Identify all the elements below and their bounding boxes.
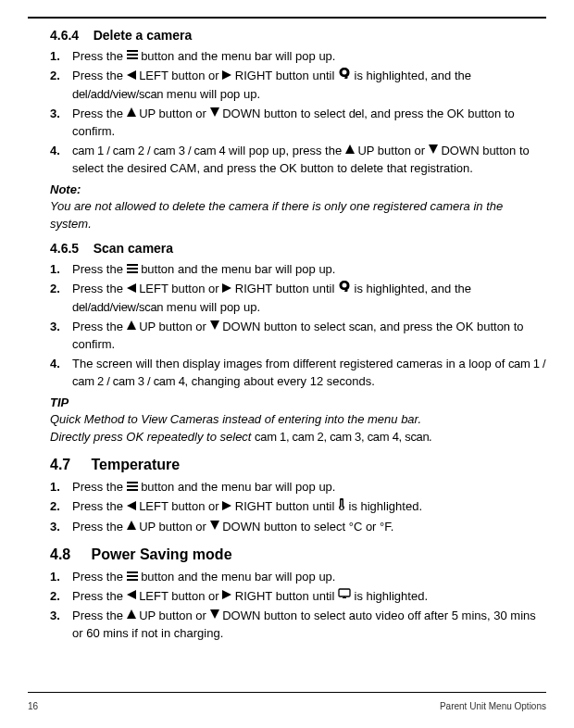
heading-title: Temperature [91, 457, 180, 472]
thermometer-icon [338, 497, 345, 516]
step-item: 3. Press the UP button or DOWN button to… [50, 519, 546, 536]
page-number: 16 [28, 700, 38, 714]
down-icon [429, 142, 438, 159]
content-body: 4.6.4 Delete a camera 1. Press the butto… [28, 22, 546, 692]
heading-num: 4.6.5 [50, 241, 79, 256]
right-icon [222, 498, 231, 516]
heading-4-8: 4.8 Power Saving mode [50, 544, 546, 565]
camera-icon [338, 67, 351, 85]
steps-4-7: 1. Press the button and the menu bar wil… [50, 479, 546, 536]
steps-4-6-4: 1. Press the button and the menu bar wil… [50, 48, 546, 177]
step-item: 2. Press the LEFT button or RIGHT button… [50, 281, 546, 317]
right-icon [222, 68, 231, 85]
down-icon [210, 607, 219, 624]
left-icon [127, 587, 136, 605]
left-icon [127, 281, 136, 298]
steps-4-8: 1. Press the button and the menu bar wil… [50, 569, 546, 643]
page-footer: 16 Parent Unit Menu Options [28, 692, 546, 729]
heading-4-6-4: 4.6.4 Delete a camera [50, 26, 546, 44]
heading-title: Delete a camera [94, 28, 193, 43]
steps-4-6-5: 1. Press the button and the menu bar wil… [50, 261, 546, 390]
up-icon [127, 105, 136, 122]
note-label: Note: [50, 182, 81, 196]
down-icon [210, 518, 219, 535]
step-item: 2. Press the LEFT button or RIGHT button… [50, 498, 546, 517]
left-icon [127, 498, 136, 516]
down-icon [210, 318, 219, 335]
step-item: 2. Press the LEFT button or RIGHT button… [50, 588, 546, 606]
right-icon [222, 281, 231, 298]
step-item: 3. Press the UP button or DOWN button to… [50, 106, 546, 141]
step-item: 1. Press the button and the menu bar wil… [50, 479, 546, 496]
down-icon [210, 105, 219, 122]
left-icon [127, 68, 136, 85]
up-icon [127, 607, 136, 624]
footer-section: Parent Unit Menu Options [440, 700, 546, 714]
up-icon [127, 318, 136, 335]
note-block: Note: You are not allowed to delete the … [50, 182, 546, 234]
step-item: 4. The screen will then display images f… [50, 356, 546, 391]
step-item: 1. Press the button and the menu bar wil… [50, 569, 546, 586]
heading-title: Power Saving mode [91, 546, 231, 562]
menu-icon [127, 47, 138, 65]
heading-title: Scan camera [94, 241, 173, 256]
heading-num: 4.7 [50, 457, 70, 472]
camera-icon [338, 280, 351, 298]
tip-block: TIP Quick Method to View Cameras instead… [50, 395, 546, 447]
step-item: 4. cam 1 / cam 2 / cam 3 / cam 4 will po… [50, 143, 546, 178]
menu-icon [127, 479, 138, 496]
tip-line: Directly press OK repeatedly to select c… [50, 430, 432, 444]
step-item: 3. Press the UP button or DOWN button to… [50, 608, 546, 643]
menu-icon [127, 569, 138, 586]
step-item: 1. Press the button and the menu bar wil… [50, 261, 546, 279]
monitor-icon [338, 587, 351, 605]
step-item: 3. Press the UP button or DOWN button to… [50, 319, 546, 354]
tip-label: TIP [50, 395, 69, 409]
menu-icon [127, 261, 138, 279]
tip-line: Quick Method to View Cameras instead of … [50, 412, 421, 426]
heading-num: 4.6.4 [50, 28, 79, 43]
heading-num: 4.8 [50, 546, 70, 562]
up-icon [127, 518, 136, 535]
right-icon [222, 587, 231, 605]
up-icon [345, 142, 355, 159]
step-item: 2. Press the LEFT button or RIGHT button… [50, 68, 546, 104]
heading-4-7: 4.7 Temperature [50, 454, 546, 475]
step-item: 1. Press the button and the menu bar wil… [50, 48, 546, 66]
top-rule [28, 17, 546, 19]
note-text: You are not allowed to delete the camera… [50, 199, 503, 231]
heading-4-6-5: 4.6.5 Scan camera [50, 239, 546, 257]
